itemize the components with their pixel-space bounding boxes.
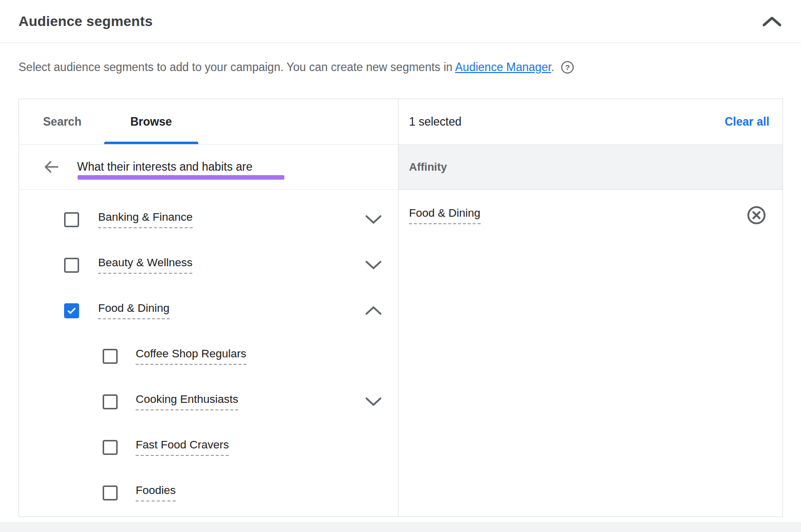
segment-label-cooking-enthusiasts[interactable]: Cooking Enthusiasts [136,393,238,410]
segment-list: Banking & FinanceBeauty & WellnessFood &… [19,190,398,516]
audience-manager-link[interactable]: Audience Manager [455,61,551,74]
selection-group-label: Affinity [409,161,447,174]
checkbox-cooking-enthusiasts[interactable] [103,394,118,409]
segment-row-foodies: Foodies [19,470,398,515]
expand-chevron-icon[interactable] [365,260,382,270]
segment-row-coffee-shop-regulars: Coffee Shop Regulars [19,333,398,379]
tab-search-label: Search [43,115,82,129]
description-suffix: . [551,61,554,74]
selection-header: 1 selected Clear all [398,99,782,145]
selected-item-label: Food & Dining [409,207,481,224]
page-title: Audience segments [19,14,153,30]
segment-row-beauty-and-wellness: Beauty & Wellness [19,242,398,288]
expand-chevron-icon[interactable] [365,215,382,224]
segment-row-fast-food-cravers: Fast Food Cravers [19,424,398,470]
checkbox-beauty-and-wellness[interactable] [64,258,79,273]
segment-row-food-and-dining: Food & Dining [19,288,398,333]
tab-bar: Search Browse [19,99,398,145]
selection-panel: 1 selected Clear all Affinity Food & Din… [398,99,782,516]
description-text: Select audience segments to add to your … [19,61,455,74]
segment-label-banking-and-finance[interactable]: Banking & Finance [98,211,193,228]
svg-text:?: ? [565,63,570,72]
browse-panel: Search Browse What their interests and h… [19,99,398,516]
segment-label-beauty-and-wellness[interactable]: Beauty & Wellness [98,256,192,274]
checkbox-foodies[interactable] [103,485,118,500]
description: Select audience segments to add to your … [19,58,574,79]
segment-row-cooking-enthusiasts: Cooking Enthusiasts [19,379,398,424]
checkbox-fast-food-cravers[interactable] [103,440,118,455]
segment-picker: Search Browse What their interests and h… [19,99,783,517]
collapse-section-chevron-up-icon[interactable] [762,16,782,27]
back-arrow-icon[interactable] [43,159,59,175]
page-bottom-strip [0,522,801,532]
segment-label-fast-food-cravers[interactable]: Fast Food Cravers [136,438,229,456]
expand-chevron-icon[interactable] [365,397,382,406]
tab-browse[interactable]: Browse [104,99,198,144]
tab-search[interactable]: Search [43,99,82,144]
segment-label-coffee-shop-regulars[interactable]: Coffee Shop Regulars [136,347,246,365]
checkbox-banking-and-finance[interactable] [64,212,79,227]
selected-items-list: Food & Dining [398,190,782,516]
breadcrumb-label: What their interests and habits are [77,160,252,174]
segment-label-food-and-dining[interactable]: Food & Dining [98,302,170,319]
selected-item-food-and-dining: Food & Dining [398,190,782,241]
segment-row-banking-and-finance: Banking & Finance [19,197,398,242]
checkbox-coffee-shop-regulars[interactable] [103,349,118,364]
remove-selected-x-circle-icon[interactable] [746,205,766,225]
active-tab-indicator [104,142,198,144]
help-icon[interactable]: ? [561,61,574,79]
breadcrumb-row: What their interests and habits are [19,145,398,190]
highlight-underline [78,175,284,180]
collapse-chevron-icon[interactable] [365,306,382,315]
panel-header: Audience segments [0,0,801,43]
checkbox-food-and-dining[interactable] [64,303,79,318]
selection-group-header: Affinity [398,145,782,190]
tab-browse-label: Browse [130,115,172,129]
clear-all-button[interactable]: Clear all [725,115,770,129]
segment-label-foodies[interactable]: Foodies [136,484,176,501]
selected-count: 1 selected [409,115,462,129]
